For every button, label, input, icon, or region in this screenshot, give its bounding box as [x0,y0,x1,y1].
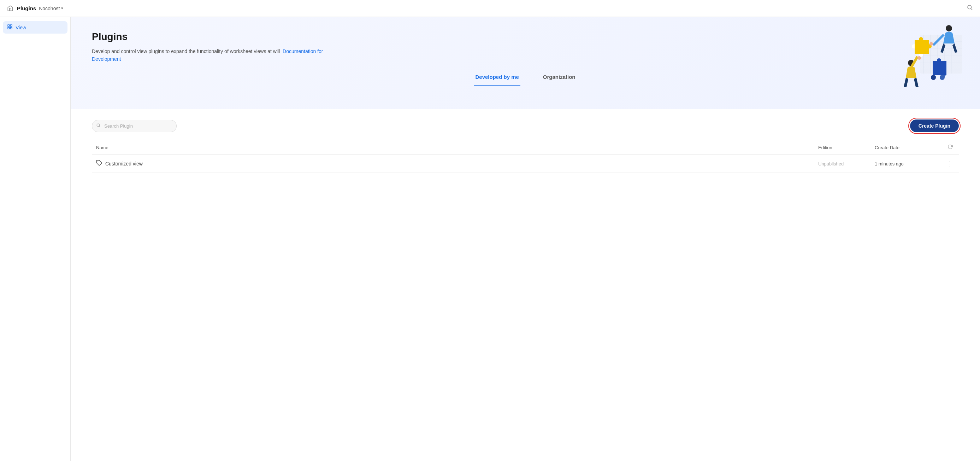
search-icon [96,123,101,129]
plugin-name-cell: Customized view [92,155,814,173]
table-row: Customized view Unpublished 1 minutes ag… [92,155,959,173]
layout: View Plugins Develop and control view pl… [0,17,980,461]
plugin-edition-cell: Unpublished [814,155,870,173]
tab-organization[interactable]: Organization [542,70,577,86]
banner-title: Plugins [92,31,339,42]
org-selector[interactable]: Nocohost ▾ [39,6,63,11]
plugin-action-cell: ⋮ [941,155,959,173]
col-header-create-date: Create Date [870,141,941,155]
sidebar: View [0,17,71,461]
tabs-container: Developed by me Organization [92,63,959,86]
svg-point-21 [918,56,921,60]
svg-point-18 [946,25,952,32]
more-options-icon[interactable]: ⋮ [945,160,955,167]
svg-rect-2 [8,25,10,27]
search-icon[interactable] [967,4,973,13]
banner: Plugins Develop and control view plugins… [71,17,980,109]
edition-badge: Unpublished [818,161,844,166]
search-input[interactable] [92,120,177,132]
create-plugin-button[interactable]: Create Plugin [910,120,959,132]
main-content: Plugins Develop and control view plugins… [71,17,980,461]
banner-content: Plugins Develop and control view plugins… [92,31,339,63]
home-icon[interactable] [7,5,14,12]
tab-developed-by-me[interactable]: Developed by me [474,70,520,86]
plugin-icon [96,160,102,167]
topbar: Plugins Nocohost ▾ [0,0,980,17]
search-container [92,120,177,132]
plugins-table: Name Edition Create Date [92,141,959,173]
svg-line-23 [99,126,100,127]
org-name: Nocohost [39,6,60,11]
plugin-name: Customized view [105,161,143,166]
create-date: 1 minutes ago [875,161,904,166]
topbar-left: Plugins Nocohost ▾ [7,5,63,12]
refresh-icon[interactable] [948,144,953,151]
svg-rect-3 [10,25,12,27]
toolbar: Create Plugin [92,120,959,132]
svg-point-19 [929,42,933,46]
col-header-edition: Edition [814,141,870,155]
svg-line-1 [971,8,972,10]
svg-rect-4 [8,27,10,29]
col-header-name: Name [92,141,814,155]
plugin-date-cell: 1 minutes ago [870,155,941,173]
illustration [888,21,966,98]
table-header-row: Name Edition Create Date [92,141,959,155]
svg-rect-5 [10,27,12,29]
sidebar-item-view[interactable]: View [3,21,67,33]
banner-description: Develop and control view plugins to expa… [92,47,339,63]
col-header-action [941,141,959,155]
page-title: Plugins [17,5,36,11]
chevron-down-icon: ▾ [61,6,63,11]
view-icon [7,24,13,31]
sidebar-item-label: View [16,25,26,30]
svg-point-0 [967,5,972,9]
content-area: Create Plugin Name Edition Create Date [71,109,980,183]
